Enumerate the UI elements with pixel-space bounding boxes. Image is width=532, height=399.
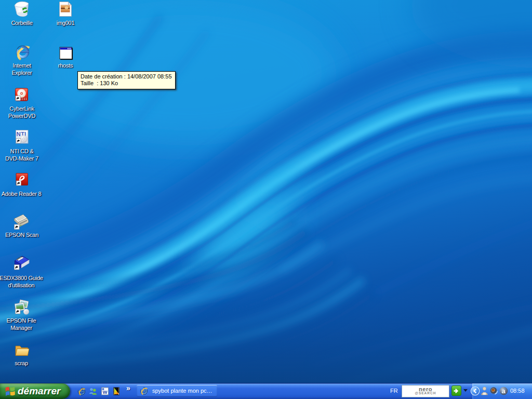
svg-text:W: W [102,389,107,395]
svg-text:a: a [502,387,506,395]
